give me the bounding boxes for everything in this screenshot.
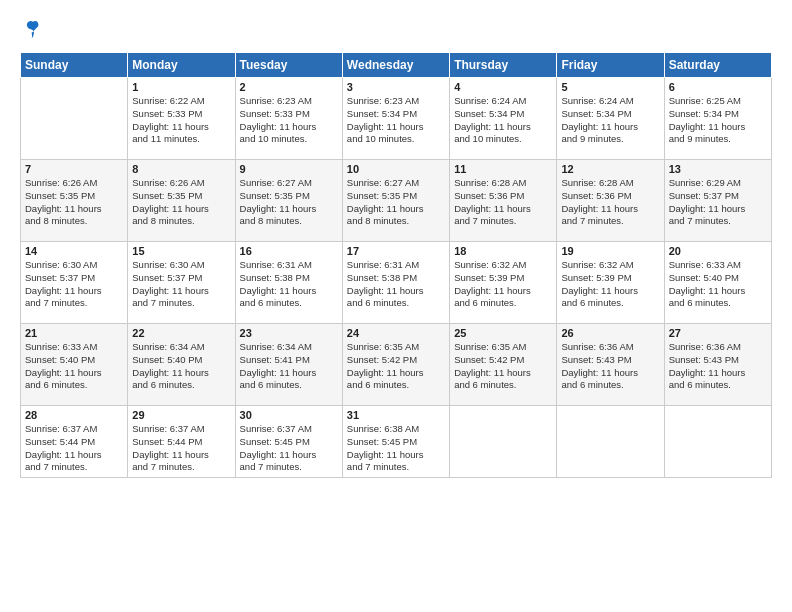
- day-info-line: Sunset: 5:36 PM: [561, 190, 659, 203]
- day-info-line: and 7 minutes.: [132, 461, 230, 474]
- day-info-line: Sunset: 5:44 PM: [25, 436, 123, 449]
- day-info-line: Sunrise: 6:37 AM: [132, 423, 230, 436]
- logo-bird-icon: [22, 18, 44, 40]
- calendar-cell: 29Sunrise: 6:37 AMSunset: 5:44 PMDayligh…: [128, 406, 235, 478]
- calendar-cell: [21, 78, 128, 160]
- day-info-line: and 7 minutes.: [454, 215, 552, 228]
- day-info-line: and 7 minutes.: [25, 297, 123, 310]
- calendar-cell: 8Sunrise: 6:26 AMSunset: 5:35 PMDaylight…: [128, 160, 235, 242]
- day-number: 5: [561, 81, 659, 93]
- day-number: 22: [132, 327, 230, 339]
- calendar-day-header: Monday: [128, 53, 235, 78]
- day-number: 30: [240, 409, 338, 421]
- day-info-line: Sunrise: 6:33 AM: [25, 341, 123, 354]
- day-info-line: Sunset: 5:40 PM: [132, 354, 230, 367]
- day-info-line: Sunset: 5:40 PM: [25, 354, 123, 367]
- day-number: 15: [132, 245, 230, 257]
- calendar-day-header: Tuesday: [235, 53, 342, 78]
- day-info-line: Sunset: 5:39 PM: [561, 272, 659, 285]
- day-info-line: Sunrise: 6:23 AM: [240, 95, 338, 108]
- calendar-cell: 17Sunrise: 6:31 AMSunset: 5:38 PMDayligh…: [342, 242, 449, 324]
- day-info-line: and 6 minutes.: [347, 297, 445, 310]
- day-info-line: and 6 minutes.: [25, 379, 123, 392]
- day-info-line: Daylight: 11 hours: [132, 367, 230, 380]
- day-info-line: and 7 minutes.: [561, 215, 659, 228]
- calendar-cell: 25Sunrise: 6:35 AMSunset: 5:42 PMDayligh…: [450, 324, 557, 406]
- day-info-line: Sunset: 5:37 PM: [25, 272, 123, 285]
- day-info-line: Daylight: 11 hours: [25, 367, 123, 380]
- day-info-line: and 6 minutes.: [454, 379, 552, 392]
- day-info-line: Sunset: 5:35 PM: [347, 190, 445, 203]
- calendar-cell: 9Sunrise: 6:27 AMSunset: 5:35 PMDaylight…: [235, 160, 342, 242]
- calendar-cell: 7Sunrise: 6:26 AMSunset: 5:35 PMDaylight…: [21, 160, 128, 242]
- day-info-line: Sunset: 5:35 PM: [132, 190, 230, 203]
- day-info-line: Sunset: 5:40 PM: [669, 272, 767, 285]
- day-info-line: and 6 minutes.: [454, 297, 552, 310]
- day-info-line: Sunrise: 6:31 AM: [240, 259, 338, 272]
- calendar-cell: 12Sunrise: 6:28 AMSunset: 5:36 PMDayligh…: [557, 160, 664, 242]
- day-number: 20: [669, 245, 767, 257]
- day-info-line: Sunset: 5:39 PM: [454, 272, 552, 285]
- day-info-line: Daylight: 11 hours: [561, 285, 659, 298]
- day-number: 1: [132, 81, 230, 93]
- day-info-line: and 6 minutes.: [669, 379, 767, 392]
- day-info-line: and 8 minutes.: [240, 215, 338, 228]
- calendar-cell: 5Sunrise: 6:24 AMSunset: 5:34 PMDaylight…: [557, 78, 664, 160]
- calendar-cell: 19Sunrise: 6:32 AMSunset: 5:39 PMDayligh…: [557, 242, 664, 324]
- day-info-line: Sunrise: 6:34 AM: [132, 341, 230, 354]
- day-info-line: Sunrise: 6:24 AM: [561, 95, 659, 108]
- day-info-line: Daylight: 11 hours: [561, 367, 659, 380]
- day-number: 29: [132, 409, 230, 421]
- calendar-day-header: Sunday: [21, 53, 128, 78]
- day-number: 3: [347, 81, 445, 93]
- day-info-line: Sunrise: 6:38 AM: [347, 423, 445, 436]
- day-info-line: and 10 minutes.: [454, 133, 552, 146]
- day-info-line: Sunset: 5:37 PM: [132, 272, 230, 285]
- day-info-line: Daylight: 11 hours: [25, 203, 123, 216]
- calendar-day-header: Saturday: [664, 53, 771, 78]
- day-info-line: and 8 minutes.: [25, 215, 123, 228]
- day-info-line: Sunrise: 6:30 AM: [25, 259, 123, 272]
- day-info-line: Sunrise: 6:31 AM: [347, 259, 445, 272]
- day-info-line: and 10 minutes.: [240, 133, 338, 146]
- day-info-line: Daylight: 11 hours: [347, 367, 445, 380]
- day-info-line: and 7 minutes.: [669, 215, 767, 228]
- day-info-line: Daylight: 11 hours: [347, 285, 445, 298]
- calendar-day-header: Thursday: [450, 53, 557, 78]
- day-number: 2: [240, 81, 338, 93]
- calendar-week-row: 7Sunrise: 6:26 AMSunset: 5:35 PMDaylight…: [21, 160, 772, 242]
- calendar-cell: 11Sunrise: 6:28 AMSunset: 5:36 PMDayligh…: [450, 160, 557, 242]
- day-info-line: Daylight: 11 hours: [347, 449, 445, 462]
- day-info-line: Sunrise: 6:32 AM: [561, 259, 659, 272]
- day-number: 21: [25, 327, 123, 339]
- calendar-cell: 15Sunrise: 6:30 AMSunset: 5:37 PMDayligh…: [128, 242, 235, 324]
- day-info-line: and 8 minutes.: [347, 215, 445, 228]
- day-number: 31: [347, 409, 445, 421]
- day-info-line: Daylight: 11 hours: [669, 203, 767, 216]
- day-info-line: and 6 minutes.: [347, 379, 445, 392]
- calendar-cell: 4Sunrise: 6:24 AMSunset: 5:34 PMDaylight…: [450, 78, 557, 160]
- day-info-line: Sunrise: 6:30 AM: [132, 259, 230, 272]
- day-info-line: Sunset: 5:36 PM: [454, 190, 552, 203]
- logo: [20, 18, 44, 44]
- day-info-line: Sunrise: 6:27 AM: [240, 177, 338, 190]
- day-info-line: Sunset: 5:43 PM: [561, 354, 659, 367]
- day-info-line: Sunrise: 6:36 AM: [669, 341, 767, 354]
- day-info-line: Sunset: 5:34 PM: [669, 108, 767, 121]
- calendar-header-row: SundayMondayTuesdayWednesdayThursdayFrid…: [21, 53, 772, 78]
- day-number: 18: [454, 245, 552, 257]
- calendar-cell: 21Sunrise: 6:33 AMSunset: 5:40 PMDayligh…: [21, 324, 128, 406]
- day-info-line: Daylight: 11 hours: [454, 203, 552, 216]
- day-number: 17: [347, 245, 445, 257]
- day-info-line: Sunset: 5:42 PM: [347, 354, 445, 367]
- day-info-line: Daylight: 11 hours: [25, 285, 123, 298]
- day-number: 4: [454, 81, 552, 93]
- calendar-cell: [664, 406, 771, 478]
- day-info-line: and 6 minutes.: [669, 297, 767, 310]
- calendar-cell: 3Sunrise: 6:23 AMSunset: 5:34 PMDaylight…: [342, 78, 449, 160]
- day-info-line: Daylight: 11 hours: [132, 285, 230, 298]
- day-info-line: Daylight: 11 hours: [240, 367, 338, 380]
- day-number: 24: [347, 327, 445, 339]
- calendar-cell: 23Sunrise: 6:34 AMSunset: 5:41 PMDayligh…: [235, 324, 342, 406]
- day-info-line: Sunset: 5:44 PM: [132, 436, 230, 449]
